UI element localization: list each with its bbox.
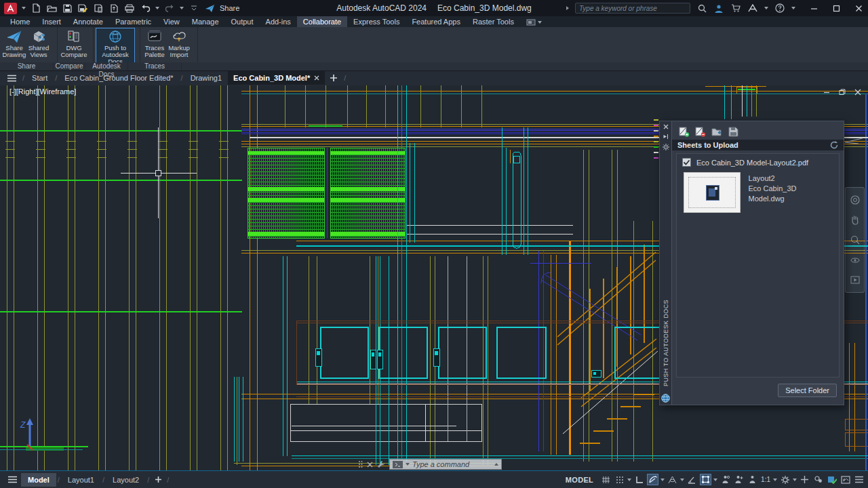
steering-wheel-icon[interactable] bbox=[850, 195, 861, 205]
save-web-mobile-icon[interactable] bbox=[93, 3, 104, 14]
palette-autohide-icon[interactable] bbox=[663, 134, 669, 140]
object-snap-tracking-icon[interactable] bbox=[686, 474, 698, 485]
help-icon[interactable] bbox=[774, 3, 785, 14]
remove-sheets-icon[interactable] bbox=[695, 127, 706, 137]
tab-model[interactable]: Model bbox=[21, 473, 56, 487]
markup-import-button[interactable]: Markup Import bbox=[167, 28, 191, 58]
panel-label-compare[interactable]: Compare bbox=[54, 62, 85, 70]
sheet-thumbnail-row[interactable]: Layout2 Eco Cabin_3D Model.dwg bbox=[677, 169, 839, 216]
open-file-icon[interactable] bbox=[46, 3, 57, 14]
command-expand-caret[interactable] bbox=[494, 463, 498, 466]
polar-tracking-icon[interactable] bbox=[647, 474, 658, 485]
command-customize-wrench-icon[interactable] bbox=[377, 460, 385, 468]
layout-tabs-menu-icon[interactable] bbox=[3, 476, 21, 483]
redo-icon[interactable] bbox=[164, 3, 175, 14]
customization-menu-icon[interactable] bbox=[853, 474, 865, 485]
search-input[interactable] bbox=[575, 3, 690, 14]
tab-output[interactable]: Output bbox=[225, 16, 260, 27]
snap-settings-caret[interactable] bbox=[627, 479, 631, 481]
tab-parametric[interactable]: Parametric bbox=[109, 16, 157, 27]
file-tabs-menu-icon[interactable] bbox=[3, 75, 20, 82]
scale-list-caret[interactable] bbox=[773, 479, 777, 481]
autodesk-menu-caret[interactable] bbox=[764, 7, 768, 9]
sheet-row[interactable]: Eco Cabin_3D Model-Layout2.pdf bbox=[677, 154, 839, 169]
osnap-settings-caret[interactable] bbox=[713, 479, 717, 481]
help-menu-caret[interactable] bbox=[791, 7, 795, 9]
annotation-autoscale-icon[interactable] bbox=[733, 474, 745, 485]
plot-icon[interactable] bbox=[124, 3, 135, 14]
ribbon-display-toggle[interactable] bbox=[520, 16, 548, 27]
model-space-indicator[interactable]: MODEL bbox=[566, 476, 593, 484]
tab-view[interactable]: View bbox=[157, 16, 186, 27]
file-tab-ground-floor[interactable]: Eco Cabin_Ground Floor Edited* bbox=[59, 71, 178, 85]
crosshair-plus-icon[interactable] bbox=[799, 474, 810, 485]
sheet-thumbnail[interactable] bbox=[684, 172, 741, 213]
drawing-minimize-icon[interactable] bbox=[823, 89, 830, 96]
app-store-cart-icon[interactable] bbox=[730, 3, 741, 14]
tab-collaborate[interactable]: Collaborate bbox=[297, 16, 347, 27]
workspace-gear-icon[interactable] bbox=[779, 474, 791, 485]
palette-close-icon[interactable] bbox=[663, 124, 669, 129]
tab-express-tools[interactable]: Express Tools bbox=[347, 16, 406, 27]
file-tab-drawing1[interactable]: Drawing1 bbox=[185, 71, 227, 85]
maximize-button[interactable] bbox=[831, 3, 842, 14]
viewport-controls[interactable]: [-][Right][Wireframe] bbox=[9, 87, 76, 96]
search-collapse-icon[interactable] bbox=[566, 6, 569, 10]
tab-layout1[interactable]: Layout1 bbox=[61, 473, 101, 487]
zoom-icon[interactable] bbox=[850, 235, 861, 245]
qat-customize-caret[interactable] bbox=[189, 3, 199, 14]
recent-commands-caret[interactable] bbox=[406, 463, 410, 466]
snap-mode-icon[interactable] bbox=[614, 474, 625, 485]
drawing-close-icon[interactable] bbox=[854, 89, 861, 96]
command-drag-grip[interactable] bbox=[358, 460, 363, 468]
pan-hand-icon[interactable] bbox=[850, 214, 861, 225]
command-close-icon[interactable] bbox=[367, 462, 373, 468]
new-file-icon[interactable] bbox=[31, 3, 41, 14]
tab-raster-tools[interactable]: Raster Tools bbox=[467, 16, 520, 27]
panel-label-docs[interactable]: Autodesk Docs bbox=[85, 62, 128, 70]
tab-layout2[interactable]: Layout2 bbox=[106, 473, 146, 487]
autodesk-logo-icon[interactable] bbox=[747, 3, 758, 14]
orbit-icon[interactable] bbox=[850, 255, 861, 266]
undo-caret[interactable] bbox=[155, 7, 159, 9]
select-folder-button[interactable]: Select Folder bbox=[778, 384, 837, 397]
clean-screen-icon[interactable] bbox=[840, 474, 851, 485]
share-drawing-button[interactable]: Share Drawing bbox=[2, 28, 26, 58]
file-tab-start[interactable]: Start bbox=[26, 71, 53, 85]
refresh-icon[interactable] bbox=[830, 141, 838, 149]
command-input[interactable]: Type a command bbox=[389, 459, 502, 470]
redo-caret[interactable] bbox=[180, 7, 184, 9]
search-icon[interactable] bbox=[696, 3, 707, 14]
close-button[interactable] bbox=[853, 3, 864, 14]
sign-in-user-icon[interactable] bbox=[713, 3, 724, 14]
save-as-icon[interactable] bbox=[77, 3, 88, 14]
tab-insert[interactable]: Insert bbox=[36, 16, 67, 27]
tab-featured-apps[interactable]: Featured Apps bbox=[406, 16, 467, 27]
ortho-mode-icon[interactable] bbox=[633, 474, 645, 485]
tab-addins[interactable]: Add-ins bbox=[260, 16, 297, 27]
new-drawing-tab-icon[interactable] bbox=[326, 74, 342, 82]
undo-icon[interactable] bbox=[140, 3, 151, 14]
graphics-performance-icon[interactable] bbox=[826, 474, 837, 485]
model-space-canvas[interactable]: Z [-][Right][Wireframe] bbox=[0, 85, 868, 471]
drawing-restore-icon[interactable] bbox=[839, 89, 846, 96]
grid-display-icon[interactable] bbox=[600, 474, 612, 485]
workspace-caret[interactable] bbox=[793, 479, 797, 481]
file-tab-3d-model[interactable]: Eco Cabin_3D Model* bbox=[228, 71, 325, 85]
dwg-compare-button[interactable]: DWG Compare bbox=[60, 28, 88, 58]
annotation-scale-icon[interactable] bbox=[747, 474, 758, 485]
isodraft-icon[interactable] bbox=[667, 474, 678, 485]
annotation-visibility-icon[interactable] bbox=[719, 474, 731, 485]
share-button[interactable]: Share bbox=[220, 4, 239, 12]
panel-label-traces[interactable]: Traces bbox=[128, 62, 182, 70]
traces-palette-button[interactable]: Traces Palette bbox=[142, 28, 167, 58]
push-to-autodesk-docs-button[interactable]: Push to Autodesk Docs bbox=[96, 28, 135, 66]
sheet-checkbox[interactable] bbox=[682, 158, 691, 167]
tab-home[interactable]: Home bbox=[4, 16, 36, 27]
logo-menu-caret[interactable] bbox=[22, 7, 26, 9]
tab-manage[interactable]: Manage bbox=[186, 16, 225, 27]
palette-title-bar[interactable]: PUSH TO AUTODESK DOCS bbox=[659, 121, 671, 405]
minimize-button[interactable] bbox=[808, 3, 819, 14]
tab-annotate[interactable]: Annotate bbox=[67, 16, 109, 27]
share-plane-icon[interactable] bbox=[204, 3, 215, 14]
